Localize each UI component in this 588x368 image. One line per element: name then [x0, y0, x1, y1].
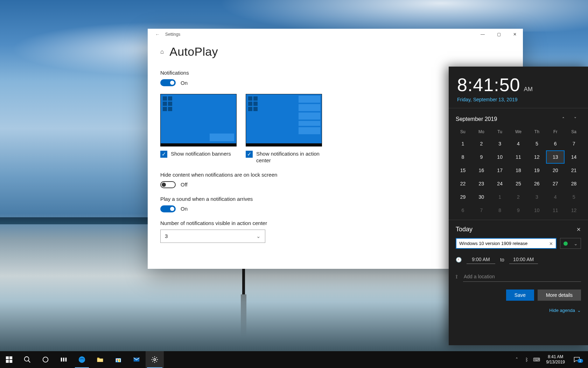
calendar-day[interactable]: 19 [527, 164, 546, 177]
maximize-button[interactable]: ▢ [491, 29, 507, 40]
taskbar-icon-store[interactable] [109, 351, 127, 368]
calendar-dow: Sa [565, 127, 583, 137]
calendar-day[interactable]: 2 [509, 190, 528, 204]
calendar-day[interactable]: 9 [472, 150, 491, 164]
calendar-day[interactable]: 7 [565, 137, 583, 150]
svg-point-18 [154, 359, 156, 361]
calendar-day[interactable]: 13 [546, 150, 565, 164]
calendar-day[interactable]: 18 [509, 164, 528, 177]
save-button[interactable]: Save [506, 289, 534, 301]
hide-agenda-button[interactable]: Hide agenda ⌄ [456, 308, 581, 313]
hide-content-heading: Hide content when notifications are on l… [160, 172, 400, 178]
calendar-day[interactable]: 6 [546, 137, 565, 150]
notifications-toggle[interactable] [160, 79, 176, 86]
calendar-day[interactable]: 22 [454, 177, 472, 190]
taskbar-icon-edge[interactable] [73, 351, 91, 368]
titlebar[interactable]: ← Settings — ▢ ✕ [148, 29, 523, 40]
start-button[interactable] [0, 351, 18, 368]
calendar-day[interactable]: 25 [509, 177, 528, 190]
system-tray: ˄ ᛒ ⌨ [511, 351, 543, 368]
calendar-day[interactable]: 26 [527, 177, 546, 190]
hide-content-toggle[interactable] [160, 181, 176, 188]
calendar-day[interactable]: 4 [546, 190, 565, 204]
calendar-day[interactable]: 29 [454, 190, 472, 204]
play-sound-toggle[interactable] [160, 205, 176, 212]
more-details-button[interactable]: More details [538, 289, 581, 301]
svg-line-5 [28, 361, 30, 363]
calendar-day[interactable]: 5 [527, 137, 546, 150]
num-notif-dropdown[interactable]: 3 ⌄ [160, 230, 265, 243]
calendar-day[interactable]: 30 [472, 190, 491, 204]
svg-rect-11 [97, 359, 103, 362]
calendar-picker[interactable]: ⌄ [560, 238, 581, 249]
calendar-dow: Tu [491, 127, 509, 137]
event-title-input[interactable]: Windows 10 version 1909 release ✕ [456, 238, 556, 249]
calendar-day[interactable]: 10 [491, 150, 509, 164]
calendar-day[interactable]: 11 [546, 204, 565, 217]
calendar-day[interactable]: 6 [454, 204, 472, 217]
calendar-dow: Th [527, 127, 546, 137]
calendar-day[interactable]: 5 [565, 190, 583, 204]
calendar-day[interactable]: 23 [472, 177, 491, 190]
calendar-day[interactable]: 8 [491, 204, 509, 217]
minimize-button[interactable]: — [475, 29, 491, 40]
calendar-day[interactable]: 24 [491, 177, 509, 190]
calendar-day[interactable]: 2 [472, 137, 491, 150]
flyout-date[interactable]: Friday, September 13, 2019 [457, 97, 580, 102]
calendar-day[interactable]: 15 [454, 164, 472, 177]
tray-overflow-button[interactable]: ˄ [513, 351, 521, 368]
calendar-grid: SuMoTuWeThFrSa 1234567891011121314151617… [449, 127, 588, 220]
calendar-day[interactable]: 27 [546, 177, 565, 190]
calendar-dow: Fr [546, 127, 565, 137]
action-center-button[interactable]: 2 [568, 356, 585, 363]
cortana-button[interactable] [36, 351, 55, 368]
taskbar-clock-date: 9/13/2019 [546, 360, 565, 365]
back-button[interactable]: ← [153, 32, 162, 37]
calendar-day[interactable]: 9 [509, 204, 528, 217]
search-button[interactable] [18, 351, 36, 368]
calendar-day[interactable]: 3 [491, 137, 509, 150]
calendar-day[interactable]: 3 [527, 190, 546, 204]
calendar-day[interactable]: 21 [565, 164, 583, 177]
show-banners-checkbox[interactable]: ✓ [160, 151, 167, 158]
home-icon[interactable]: ⌂ [160, 48, 164, 55]
clear-event-title-button[interactable]: ✕ [549, 241, 553, 246]
agenda-close-button[interactable]: ✕ [576, 226, 581, 233]
task-view-button[interactable] [55, 351, 73, 368]
time-end-field[interactable]: 10:00 AM [509, 255, 538, 264]
calendar-day[interactable]: 7 [472, 204, 491, 217]
taskbar-icon-settings[interactable] [146, 351, 164, 368]
next-month-button[interactable]: ˅ [569, 114, 581, 124]
calendar-day[interactable]: 12 [565, 204, 583, 217]
calendar-day[interactable]: 17 [491, 164, 509, 177]
calendar-day[interactable]: 11 [509, 150, 528, 164]
flyout-month-label[interactable]: September 2019 [456, 116, 557, 122]
calendar-day[interactable]: 16 [472, 164, 491, 177]
action-center-badge: 2 [578, 359, 583, 363]
play-sound-toggle-label: On [181, 206, 188, 212]
close-button[interactable]: ✕ [507, 29, 523, 40]
calendar-day[interactable]: 8 [454, 150, 472, 164]
calendar-day[interactable]: 12 [527, 150, 546, 164]
calendar-day[interactable]: 10 [527, 204, 546, 217]
play-sound-heading: Play a sound when a notification arrives [160, 196, 400, 202]
time-start-field[interactable]: 9:00 AM [467, 255, 495, 264]
taskbar-clock[interactable]: 8:41 AM 9/13/2019 [543, 354, 568, 365]
svg-rect-13 [117, 359, 118, 361]
calendar-day[interactable]: 4 [509, 137, 528, 150]
location-input[interactable] [463, 272, 581, 282]
page-title: AutoPlay [169, 45, 218, 59]
taskbar-icon-file-explorer[interactable] [91, 351, 109, 368]
calendar-day[interactable]: 1 [491, 190, 509, 204]
taskbar-icon-mail[interactable] [127, 351, 146, 368]
calendar-day[interactable]: 1 [454, 137, 472, 150]
calendar-day[interactable]: 20 [546, 164, 565, 177]
calendar-day[interactable]: 14 [565, 150, 583, 164]
bluetooth-icon[interactable]: ᛒ [523, 351, 531, 368]
input-indicator-icon[interactable]: ⌨ [532, 351, 541, 368]
svg-rect-1 [9, 356, 12, 359]
prev-month-button[interactable]: ˄ [557, 114, 569, 124]
calendar-day[interactable]: 28 [565, 177, 583, 190]
show-actioncenter-checkbox[interactable]: ✓ [246, 151, 253, 158]
calendar-dow: Su [454, 127, 472, 137]
